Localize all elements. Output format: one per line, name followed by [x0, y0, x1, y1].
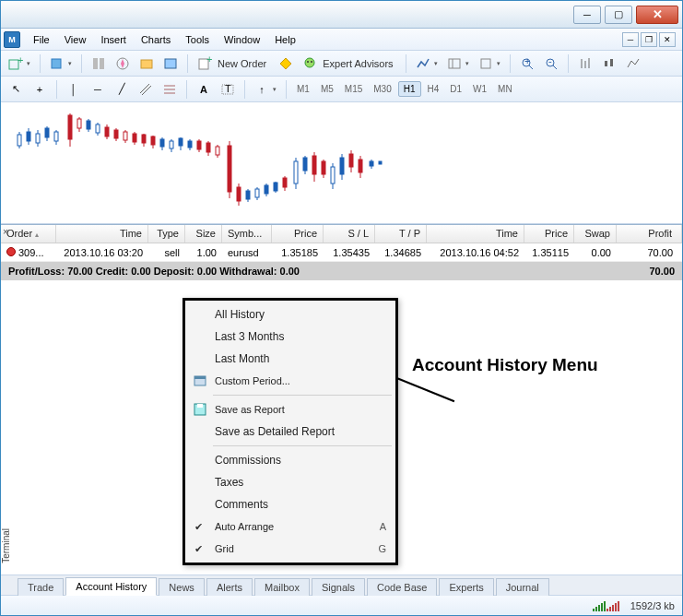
terminal-close-button[interactable]: × — [3, 227, 12, 236]
menu-insert[interactable]: Insert — [93, 31, 134, 48]
svg-rect-71 — [188, 141, 192, 148]
col-time[interactable]: Time — [56, 225, 148, 243]
menu-all-history[interactable]: All History — [187, 303, 394, 326]
indicators-button[interactable]: ▾ — [412, 53, 442, 74]
traffic-text: 1592/3 kb — [630, 600, 675, 611]
tab-trade[interactable]: Trade — [18, 578, 64, 596]
connection-status-icon — [593, 600, 619, 611]
new-order-button[interactable]: + New Order — [194, 53, 273, 74]
menu-last-3-months[interactable]: Last 3 Months — [187, 326, 394, 348]
profiles-button[interactable]: ▾ — [46, 53, 76, 74]
check-icon: ✔ — [194, 521, 203, 533]
menu-window[interactable]: Window — [217, 31, 267, 48]
col-size[interactable]: Size — [185, 225, 222, 243]
chart-type-line-button[interactable] — [622, 53, 644, 74]
menu-save-detailed-report[interactable]: Save as Detailed Report — [187, 421, 394, 443]
col-tp[interactable]: T / P — [375, 225, 427, 243]
menu-auto-arrange[interactable]: ✔ Auto Arrange A — [187, 515, 394, 538]
market-watch-button[interactable] — [88, 53, 110, 74]
window-close-button[interactable]: ✕ — [636, 6, 678, 24]
tab-news[interactable]: News — [159, 578, 205, 596]
col-price2[interactable]: Price — [524, 225, 574, 243]
horizontal-line-button[interactable]: ─ — [87, 79, 109, 100]
tab-signals[interactable]: Signals — [312, 578, 365, 596]
mdi-minimize-button[interactable]: ─ — [622, 32, 639, 47]
timeframe-m15[interactable]: M15 — [340, 82, 367, 96]
zoom-in-button[interactable]: + — [516, 53, 538, 74]
menu-grid[interactable]: ✔ Grid G — [187, 538, 394, 560]
vertical-line-button[interactable]: │ — [63, 79, 85, 100]
new-chart-button[interactable]: +▾ — [5, 53, 34, 74]
timeframe-h4[interactable]: H4 — [423, 82, 444, 96]
menu-view[interactable]: View — [57, 31, 94, 48]
tab-alerts[interactable]: Alerts — [206, 578, 253, 596]
timeframe-m30[interactable]: M30 — [369, 82, 395, 96]
timeframe-h1[interactable]: H1 — [398, 81, 421, 97]
timeframe-m1[interactable]: M1 — [292, 82, 314, 96]
trendline-button[interactable]: ╱ — [111, 79, 133, 100]
tab-mailbox[interactable]: Mailbox — [254, 578, 310, 596]
arrows-button[interactable]: ↑▾ — [251, 79, 280, 100]
fibo-icon — [162, 82, 177, 97]
menu-commissions[interactable]: Commissions — [187, 449, 394, 471]
periodicity-button[interactable]: ▾ — [443, 53, 473, 74]
mdi-close-button[interactable]: ✕ — [659, 32, 676, 47]
col-profit[interactable]: Profit — [617, 225, 682, 243]
terminal-button[interactable] — [135, 53, 158, 74]
metaquotes-button[interactable] — [275, 53, 297, 74]
zoom-out-button[interactable]: - — [540, 53, 562, 74]
svg-line-20 — [553, 65, 557, 69]
text-label-button[interactable]: T — [217, 79, 239, 100]
navigator-button[interactable] — [112, 53, 134, 74]
crosshair-button[interactable]: + — [29, 79, 51, 100]
col-swap[interactable]: Swap — [574, 225, 617, 243]
chart-area[interactable] — [1, 104, 682, 224]
cell-time: 2013.10.16 03:20 — [56, 245, 148, 260]
timeframe-mn[interactable]: MN — [493, 82, 517, 96]
fibonacci-button[interactable] — [159, 79, 181, 100]
save-icon — [193, 402, 207, 417]
expert-advisors-button[interactable]: Expert Advisors — [299, 53, 399, 74]
col-time2[interactable]: Time — [427, 225, 524, 243]
col-symbol[interactable]: Symb... — [222, 225, 272, 243]
svg-rect-95 — [303, 158, 307, 171]
menu-file[interactable]: File — [26, 31, 57, 48]
col-price[interactable]: Price — [272, 225, 324, 243]
window-minimize-button[interactable]: ─ — [573, 6, 601, 24]
tab-experts[interactable]: Experts — [439, 578, 493, 596]
tab-journal[interactable]: Journal — [496, 578, 549, 596]
strategy-tester-button[interactable] — [159, 53, 182, 74]
menu-charts[interactable]: Charts — [134, 31, 178, 48]
col-type[interactable]: Type — [148, 225, 185, 243]
svg-rect-110 — [379, 161, 382, 164]
menu-tools[interactable]: Tools — [178, 31, 217, 48]
menu-comments[interactable]: Comments — [187, 493, 394, 515]
cursor-button[interactable]: ↖ — [5, 79, 27, 100]
table-row[interactable]: 309... 2013.10.16 03:20 sell 1.00 eurusd… — [1, 243, 682, 262]
menu-help[interactable]: Help — [267, 31, 303, 48]
menu-taxes[interactable]: Taxes — [187, 471, 394, 493]
menu-save-report[interactable]: Save as Report — [187, 398, 394, 421]
maximize-icon: ▢ — [614, 8, 623, 20]
menu-last-month[interactable]: Last Month — [187, 348, 394, 370]
svg-rect-67 — [170, 141, 173, 148]
chart-type-bar-button[interactable] — [574, 53, 596, 74]
svg-rect-69 — [179, 138, 183, 146]
mdi-restore-button[interactable]: ❐ — [641, 32, 657, 47]
window-maximize-button[interactable]: ▢ — [605, 6, 632, 24]
timeframe-d1[interactable]: D1 — [445, 82, 466, 96]
svg-rect-109 — [370, 161, 373, 166]
timeframe-w1[interactable]: W1 — [468, 82, 491, 96]
channel-button[interactable] — [135, 79, 157, 100]
text-button[interactable]: A — [193, 79, 215, 100]
chart-type-candle-button[interactable] — [598, 53, 620, 74]
candle-chart-icon — [602, 56, 617, 71]
menu-custom-period[interactable]: Custom Period... — [187, 370, 394, 392]
templates-button[interactable]: ▾ — [475, 53, 504, 74]
svg-rect-59 — [133, 134, 136, 142]
timeframe-m5[interactable]: M5 — [316, 82, 338, 96]
expert-advisors-label: Expert Advisors — [320, 58, 395, 69]
tab-code-base[interactable]: Code Base — [367, 578, 437, 596]
tab-account-history[interactable]: Account History — [65, 577, 157, 596]
col-sl[interactable]: S / L — [324, 225, 375, 243]
